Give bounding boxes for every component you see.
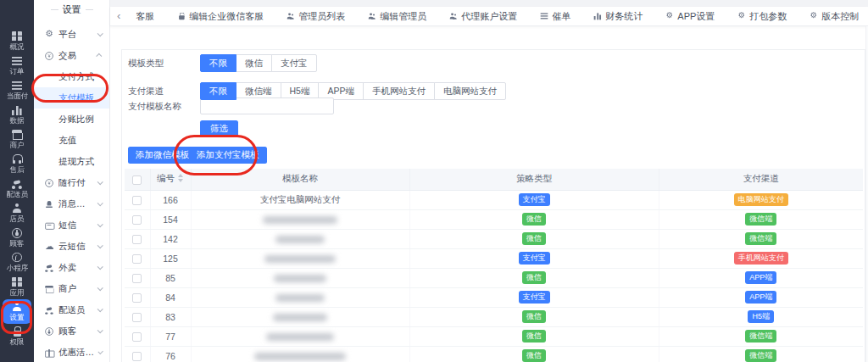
submenu-item-提现方式[interactable]: 提现方式 xyxy=(34,151,109,172)
cell-checkbox xyxy=(125,229,150,248)
tab-APP设置[interactable]: APP设置 xyxy=(654,10,726,23)
tab-label: 客服 xyxy=(136,10,154,23)
menu-item-顾客[interactable]: 顾客 xyxy=(34,320,109,342)
tab-客服[interactable]: 客服 xyxy=(125,10,165,23)
segment-不限[interactable]: 不限 xyxy=(200,54,236,72)
sidebar-item-数据[interactable]: 数据 xyxy=(3,103,31,127)
row-checkbox[interactable] xyxy=(132,274,142,283)
app-window: 概况订单当面付数据商户售后配送员店员顾客小程序应用设置权限 设置 平台交易支付方… xyxy=(0,0,868,362)
table-row: 166支付宝电脑网站支付支付宝电脑网站支付 xyxy=(125,190,863,209)
cell-channel: APP端 xyxy=(659,268,863,287)
row-checkbox[interactable] xyxy=(132,215,142,225)
cell-checkbox xyxy=(125,326,150,346)
tab-label: 财务统计 xyxy=(605,10,643,23)
sidebar-item-店员[interactable]: 店员 xyxy=(3,201,31,226)
row-checkbox[interactable] xyxy=(132,235,142,244)
table-row: 125支付宝手机网站支付 xyxy=(125,248,863,268)
redacted-name xyxy=(273,314,327,321)
cell-name xyxy=(191,268,409,287)
row-checkbox[interactable] xyxy=(132,313,142,322)
sidebar-item-设置[interactable]: 设置 xyxy=(3,299,31,324)
sidebar-item-售后[interactable]: 售后 xyxy=(3,152,31,176)
menu-item-随行付[interactable]: 随行付 xyxy=(34,172,109,193)
row-checkbox[interactable] xyxy=(132,332,142,342)
cell-id: 85 xyxy=(150,268,191,287)
redacted-name xyxy=(264,255,336,263)
header-name: 模板名称 xyxy=(191,169,409,190)
tabs-scroll-left-icon[interactable]: ‹ xyxy=(113,8,125,25)
cell-name: 支付宝电脑网站支付 xyxy=(191,190,409,209)
cell-channel: 手机网站支付 xyxy=(659,248,863,268)
template-name-input[interactable] xyxy=(200,97,334,114)
chart-icon xyxy=(12,105,22,115)
sidebar-item-label: 小程序 xyxy=(6,264,28,272)
cell-channel: 微信端 xyxy=(659,209,863,229)
menu-item-短信[interactable]: 短信 xyxy=(34,214,109,236)
cell-name xyxy=(191,287,409,307)
strategy-tag: 微信 xyxy=(522,330,546,343)
people-icon xyxy=(287,13,295,20)
cell-strategy: 微信 xyxy=(409,209,659,229)
channel-tag: APP端 xyxy=(745,291,776,304)
cell-name xyxy=(191,307,409,326)
sort-icon[interactable] xyxy=(178,174,184,182)
sidebar-item-label: 权限 xyxy=(9,337,24,346)
segment-电脑网站支付[interactable]: 电脑网站支付 xyxy=(434,82,506,100)
tab-打包参数[interactable]: 打包参数 xyxy=(726,10,798,23)
sidebar-item-权限[interactable]: 权限 xyxy=(3,324,31,348)
cell-channel: APP端 xyxy=(659,287,863,307)
tab-编辑管理员[interactable]: 编辑管理员 xyxy=(356,10,437,23)
tab-label: 管理员列表 xyxy=(298,10,345,23)
row-checkbox[interactable] xyxy=(132,352,142,361)
tab-财务统计[interactable]: 财务统计 xyxy=(581,10,654,23)
row-checkbox[interactable] xyxy=(132,254,142,264)
tab-代理账户设置[interactable]: 代理账户设置 xyxy=(437,10,528,23)
sidebar-item-订单[interactable]: 订单 xyxy=(3,53,31,78)
row-checkbox[interactable] xyxy=(132,196,142,205)
cell-checkbox xyxy=(125,190,150,209)
tab-label: 版本控制 xyxy=(821,10,859,23)
filter-submit-button[interactable]: 筛选 xyxy=(200,120,238,136)
menu-item-优惠活动相关[interactable]: 优惠活动相关 xyxy=(34,342,109,362)
submenu-item-支付方式[interactable]: 支付方式 xyxy=(34,66,109,87)
tab-bar: ‹ 客服编辑企业微信客服管理员列表编辑管理员代理账户设置催单财务统计APP设置打… xyxy=(110,7,868,26)
tab-管理员列表[interactable]: 管理员列表 xyxy=(275,10,356,23)
people-icon xyxy=(450,13,458,20)
menu-item-交易[interactable]: 交易 xyxy=(34,45,109,66)
headset-icon xyxy=(12,154,22,164)
segment-手机网站支付[interactable]: 手机网站支付 xyxy=(363,82,435,100)
segment-支付宝[interactable]: 支付宝 xyxy=(271,54,317,72)
tab-编辑企业微信客服[interactable]: 编辑企业微信客服 xyxy=(165,10,275,23)
sidebar-item-应用[interactable]: 应用 xyxy=(3,275,31,299)
gift-icon xyxy=(45,348,53,357)
cell-checkbox xyxy=(125,248,150,268)
tab-list: 客服编辑企业微信客服管理员列表编辑管理员代理账户设置催单财务统计APP设置打包参… xyxy=(125,10,868,23)
tab-催单[interactable]: 催单 xyxy=(528,10,581,23)
segment-微信[interactable]: 微信 xyxy=(236,54,272,72)
submenu-item-分账比例[interactable]: 分账比例 xyxy=(34,109,109,130)
row-checkbox[interactable] xyxy=(132,293,142,303)
tab-版本控制[interactable]: 版本控制 xyxy=(798,10,868,23)
sidebar-item-顾客[interactable]: 顾客 xyxy=(3,226,31,250)
menu-item-配送员[interactable]: 配送员 xyxy=(34,299,109,320)
segment-不限[interactable]: 不限 xyxy=(200,82,236,100)
sidebar-item-概况[interactable]: 概况 xyxy=(3,29,31,53)
menu-item-消息推送[interactable]: 消息推送 xyxy=(34,193,109,214)
menu-item-云短信[interactable]: 云短信 xyxy=(34,236,109,257)
submenu-item-支付模板[interactable]: 支付模板 xyxy=(34,87,109,109)
menu-item-商户[interactable]: 商户 xyxy=(34,278,109,299)
chevron-down-icon xyxy=(97,242,103,248)
sidebar-item-配送员[interactable]: 配送员 xyxy=(3,176,31,201)
submenu-item-充值[interactable]: 充值 xyxy=(34,130,109,151)
add-wechat-template-button[interactable]: 添加微信模板 xyxy=(128,147,197,164)
sidebar-item-小程序[interactable]: 小程序 xyxy=(3,250,31,275)
strategy-tag: 微信 xyxy=(522,232,546,245)
sidebar-item-当面付[interactable]: 当面付 xyxy=(3,78,31,103)
select-all-checkbox[interactable] xyxy=(132,175,142,185)
cell-id: 77 xyxy=(150,326,191,346)
menu-item-外卖[interactable]: 外卖 xyxy=(34,257,109,278)
menu-item-平台[interactable]: 平台 xyxy=(34,24,109,45)
sidebar-item-商户[interactable]: 商户 xyxy=(3,127,31,152)
header-id[interactable]: 编号 xyxy=(150,169,191,190)
add-alipay-template-button[interactable]: 添加支付宝模板 xyxy=(189,147,267,164)
